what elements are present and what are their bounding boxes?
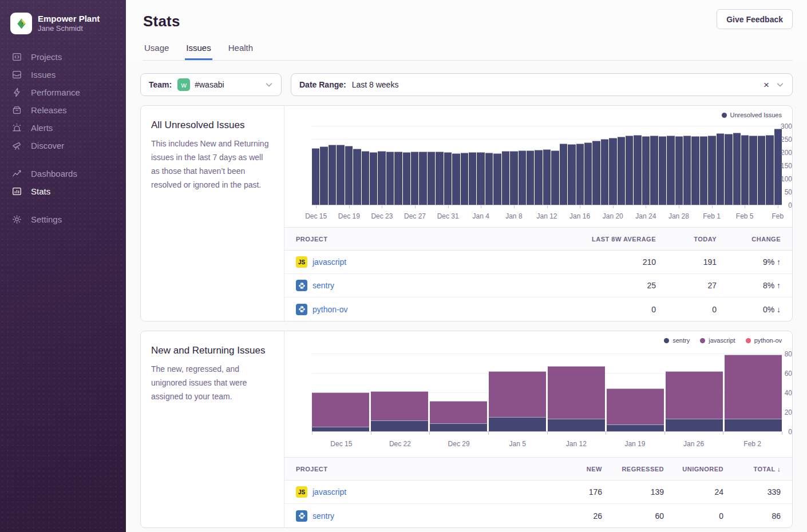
sidebar-item-settings[interactable]: Settings <box>0 211 126 228</box>
tab-usage[interactable]: Usage <box>143 43 170 60</box>
stacked-bar-dec-29[interactable] <box>430 401 487 431</box>
project-link[interactable]: python-ov <box>312 305 347 314</box>
unresolved-issues-bar[interactable] <box>502 151 509 205</box>
clear-date-icon[interactable]: × <box>764 80 769 90</box>
unresolved-issues-bar[interactable] <box>428 152 435 205</box>
stats-icon <box>11 186 22 197</box>
legend-item-unresolved-issues[interactable]: Unresolved Issues <box>722 112 782 118</box>
unresolved-issues-bar[interactable] <box>551 150 559 205</box>
stacked-bar-jan-19[interactable] <box>607 388 664 431</box>
unresolved-issues-bar[interactable] <box>312 148 319 205</box>
projects-icon <box>11 51 22 62</box>
unresolved-issues-bar[interactable] <box>403 152 410 205</box>
unresolved-issues-bar[interactable] <box>733 133 741 205</box>
unresolved-issues-bar[interactable] <box>452 153 460 205</box>
unresolved-issues-bar[interactable] <box>378 151 385 205</box>
unresolved-issues-bar[interactable] <box>510 151 517 205</box>
javascript-segment <box>666 371 723 419</box>
unresolved-issues-bar[interactable] <box>691 136 699 205</box>
project-link[interactable]: javascript <box>312 487 346 497</box>
unresolved-issues-bar[interactable] <box>642 136 650 205</box>
x-axis-tick-label: Feb 5 <box>736 212 754 220</box>
card-description-panel: All Unresolved Issues This includes New … <box>141 106 284 321</box>
sidebar-item-discover[interactable]: Discover <box>0 137 126 154</box>
stacked-bar-jan-12[interactable] <box>548 366 605 431</box>
unresolved-issues-bar[interactable] <box>394 152 402 205</box>
give-feedback-button[interactable]: Give Feedback <box>717 9 793 29</box>
unresolved-issues-bar[interactable] <box>592 141 600 205</box>
stacked-bar-jan-26[interactable] <box>666 371 723 431</box>
unresolved-issues-bar[interactable] <box>337 145 344 205</box>
unresolved-issues-bar[interactable] <box>485 153 493 205</box>
unresolved-issues-bar[interactable] <box>749 136 757 205</box>
sidebar-item-label: Alerts <box>31 123 53 133</box>
legend-item-python-ov[interactable]: python-ov <box>746 337 782 344</box>
org-logo <box>10 13 32 34</box>
unresolved-issues-bar[interactable] <box>634 135 641 205</box>
project-link[interactable]: sentry <box>312 281 334 290</box>
team-selector[interactable]: Team: w #wasabi <box>140 73 282 96</box>
unresolved-issues-bar[interactable] <box>362 151 369 205</box>
unresolved-issues-bar[interactable] <box>345 146 353 205</box>
sidebar-item-projects[interactable]: Projects <box>0 48 126 66</box>
sidebar-item-dashboards[interactable]: Dashboards <box>0 165 126 182</box>
unresolved-issues-bar[interactable] <box>535 150 542 205</box>
unresolved-issues-bar[interactable] <box>675 136 683 205</box>
unresolved-issues-bar[interactable] <box>411 152 418 205</box>
unresolved-issues-bar[interactable] <box>493 153 501 205</box>
unresolved-issues-bar[interactable] <box>717 133 724 205</box>
unresolved-issues-bar[interactable] <box>519 150 526 205</box>
date-range-selector[interactable]: Date Range: Last 8 weeks × <box>291 73 793 96</box>
unresolved-issues-bar[interactable] <box>469 152 476 205</box>
unresolved-issues-bar[interactable] <box>370 152 377 205</box>
unresolved-issues-bar[interactable] <box>527 150 534 205</box>
unresolved-issues-bar[interactable] <box>560 144 567 205</box>
unresolved-issues-bar[interactable] <box>461 153 468 205</box>
project-link[interactable]: sentry <box>312 511 334 521</box>
y-axis-tick-label: 100 <box>770 175 792 183</box>
unresolved-issues-bar[interactable] <box>725 134 732 205</box>
org-switcher[interactable]: Empower Plant Jane Schmidt <box>0 13 126 34</box>
tab-health[interactable]: Health <box>227 43 254 60</box>
column-header-total[interactable]: TOTAL ↓ <box>723 466 781 473</box>
unresolved-issues-bar[interactable] <box>741 135 749 205</box>
sidebar-item-issues[interactable]: Issues <box>0 66 126 84</box>
unresolved-issues-bar[interactable] <box>708 136 715 205</box>
stacked-bar-dec-15[interactable] <box>312 392 369 431</box>
legend-item-javascript[interactable]: javascript <box>700 337 735 344</box>
unresolved-issues-bar[interactable] <box>683 136 691 205</box>
unresolved-issues-bar[interactable] <box>758 136 765 205</box>
unresolved-issues-bar[interactable] <box>386 152 394 205</box>
legend-item-sentry[interactable]: sentry <box>664 337 690 344</box>
project-link[interactable]: javascript <box>312 257 346 267</box>
unresolved-issues-bar[interactable] <box>626 136 633 205</box>
sidebar-item-performance[interactable]: Performance <box>0 84 126 101</box>
unresolved-issues-bar[interactable] <box>436 152 443 205</box>
sidebar-item-stats[interactable]: Stats <box>0 182 126 200</box>
tab-issues[interactable]: Issues <box>185 43 212 60</box>
unresolved-issues-bar[interactable] <box>543 149 551 205</box>
unresolved-issues-bar[interactable] <box>477 152 484 205</box>
unresolved-issues-bar[interactable] <box>568 144 575 205</box>
unresolved-issues-bar[interactable] <box>601 139 608 205</box>
unresolved-issues-bar[interactable] <box>444 152 452 205</box>
unresolved-issues-bar[interactable] <box>576 144 584 205</box>
unresolved-issues-bar[interactable] <box>353 149 361 205</box>
unresolved-issues-bar[interactable] <box>329 145 336 205</box>
stacked-bar-dec-22[interactable] <box>371 391 428 431</box>
value-cell: 176 <box>528 487 602 497</box>
unresolved-issues-bar[interactable] <box>609 138 616 205</box>
unresolved-issues-bar[interactable] <box>584 142 592 205</box>
unresolved-issues-bar[interactable] <box>667 136 674 205</box>
sidebar-item-releases[interactable]: Releases <box>0 101 126 119</box>
x-axis-tick-label: Jan 28 <box>668 212 689 220</box>
sidebar-item-alerts[interactable]: Alerts <box>0 119 126 137</box>
stacked-bar-jan-5[interactable] <box>489 371 546 431</box>
unresolved-issues-bar[interactable] <box>650 136 658 205</box>
unresolved-issues-bar[interactable] <box>700 136 707 205</box>
x-axis-tick-label: Dec 29 <box>448 440 470 448</box>
unresolved-issues-bar[interactable] <box>618 137 625 205</box>
unresolved-issues-bar[interactable] <box>659 136 666 205</box>
unresolved-issues-bar[interactable] <box>419 152 426 205</box>
unresolved-issues-bar[interactable] <box>320 146 327 205</box>
